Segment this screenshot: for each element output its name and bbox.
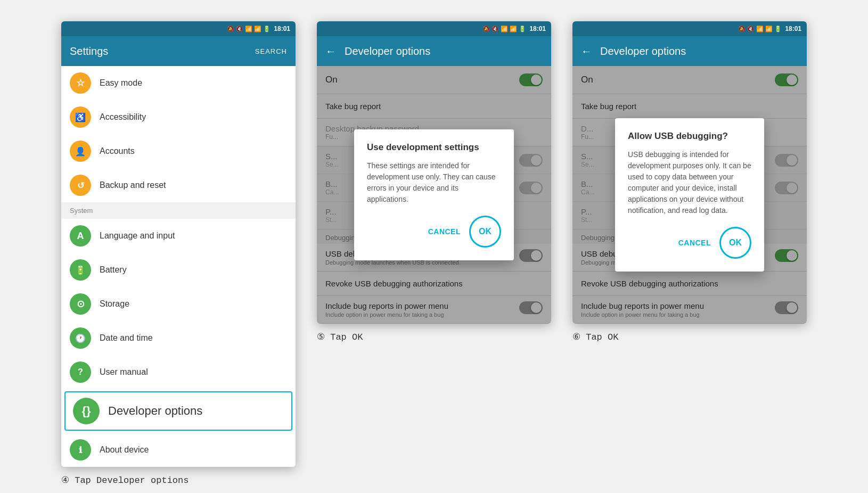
datetime-icon: 🕐 (70, 327, 91, 349)
backup-icon: ↺ (70, 175, 91, 196)
phone1-wrapper: 🔕 🔇 📶 📶 🔋 18:01 Settings SEARCH ☆ Easy m… (61, 21, 296, 486)
phone3-title: Developer options (600, 45, 686, 57)
phone2-caption: ⑤ Tap OK (317, 331, 363, 342)
phone3-back-button[interactable]: ← (581, 45, 592, 57)
phone1-frame: 🔕 🔇 📶 📶 🔋 18:01 Settings SEARCH ☆ Easy m… (61, 21, 296, 467)
phone1-title: Settings (70, 45, 108, 57)
storage-icon: ⊙ (70, 293, 91, 315)
accounts-label: Accounts (100, 146, 135, 156)
system-section-header: System (61, 202, 296, 219)
usermanual-label: User manual (100, 367, 148, 377)
phone2-back-button[interactable]: ← (325, 45, 336, 57)
phone3-status-icons: 🔕 🔇 📶 📶 🔋 (738, 26, 782, 32)
battery-label: Battery (100, 265, 127, 275)
phone3-dialog-body: USB debugging is intended for developmen… (628, 149, 751, 216)
phone3-app-bar: ← Developer options (572, 36, 807, 66)
settings-item-usermanual[interactable]: ? User manual (61, 355, 296, 389)
phone2-wrapper: 🔕 🔇 📶 📶 🔋 18:01 ← Developer options On (317, 21, 551, 342)
phone2-app-bar: ← Developer options (317, 36, 551, 66)
settings-item-backup[interactable]: ↺ Backup and reset (61, 168, 296, 202)
settings-item-developer[interactable]: {} Developer options (64, 391, 292, 431)
settings-item-battery[interactable]: 🔋 Battery (61, 253, 296, 287)
settings-item-easy-mode[interactable]: ☆ Easy mode (61, 66, 296, 100)
language-label: Language and input (100, 231, 175, 241)
phone2-ok-button[interactable]: OK (469, 216, 501, 248)
backup-label: Backup and reset (100, 180, 166, 190)
phone1-time: 18:01 (274, 25, 290, 32)
phone1-status-bar: 🔕 🔇 📶 📶 🔋 18:01 (61, 21, 296, 36)
settings-item-datetime[interactable]: 🕐 Date and time (61, 321, 296, 355)
phone2-status-bar: 🔕 🔇 📶 📶 🔋 18:01 (317, 21, 551, 36)
accessibility-icon: ♿ (70, 106, 91, 128)
settings-item-language[interactable]: A Language and input (61, 219, 296, 253)
phone3-time: 18:01 (785, 25, 801, 32)
settings-item-accessibility[interactable]: ♿ Accessibility (61, 100, 296, 134)
accounts-icon: 👤 (70, 141, 91, 162)
developer-label: Developer options (108, 404, 202, 418)
about-icon: ℹ (70, 439, 91, 461)
status-icons: 🔕 🔇 📶 📶 🔋 (227, 26, 271, 32)
phone1-app-bar: Settings SEARCH (61, 36, 296, 66)
phone2-title: Developer options (345, 45, 430, 57)
usermanual-icon: ? (70, 361, 91, 383)
battery-icon: 🔋 (70, 259, 91, 281)
phone2-cancel-button[interactable]: CANCEL (424, 224, 465, 239)
phone2-status-icons: 🔕 🔇 📶 📶 🔋 (482, 26, 526, 32)
easy-mode-icon: ☆ (70, 72, 91, 94)
accessibility-label: Accessibility (100, 112, 146, 122)
phone2-screen: On Take bug report Desktop backup passwo… (317, 66, 551, 324)
phone3-status-bar: 🔕 🔇 📶 📶 🔋 18:01 (572, 21, 807, 36)
phone2-dialog-actions: CANCEL OK (367, 216, 501, 248)
about-label: About device (100, 445, 149, 455)
phone3-dialog-actions: CANCEL OK (628, 227, 751, 259)
phone2-dialog-title: Use development settings (367, 142, 501, 153)
developer-icon: {} (73, 398, 100, 424)
settings-item-accounts[interactable]: 👤 Accounts (61, 134, 296, 168)
phone3-caption: ⑥ Tap OK (572, 331, 618, 342)
settings-item-about[interactable]: ℹ About device (61, 433, 296, 467)
settings-item-storage[interactable]: ⊙ Storage (61, 287, 296, 321)
phone3-cancel-button[interactable]: CANCEL (674, 235, 715, 250)
phone2-frame: 🔕 🔇 📶 📶 🔋 18:01 ← Developer options On (317, 21, 551, 324)
language-icon: A (70, 225, 91, 246)
phone3-dialog: Allow USB debugging? USB debugging is in… (615, 118, 764, 272)
phone2-time: 18:01 (529, 25, 546, 32)
phone1-caption: ④ Tap Developer options (61, 474, 189, 486)
storage-label: Storage (100, 299, 129, 309)
phone3-ok-button[interactable]: OK (719, 227, 751, 259)
phone1-settings-list: ☆ Easy mode ♿ Accessibility 👤 Accounts ↺… (61, 66, 296, 467)
phone3-dialog-title: Allow USB debugging? (628, 131, 751, 142)
phone3-wrapper: 🔕 🔇 📶 📶 🔋 18:01 ← Developer options On T… (572, 21, 807, 342)
phone3-screen: On Take bug report D... Fu... S...Se... … (572, 66, 807, 324)
phone2-dialog-body: These settings are intended for developm… (367, 160, 501, 205)
phone1-search-button[interactable]: SEARCH (255, 47, 287, 55)
easy-mode-label: Easy mode (100, 78, 142, 88)
phone2-dialog: Use development settings These settings … (354, 129, 514, 260)
phone3-frame: 🔕 🔇 📶 📶 🔋 18:01 ← Developer options On T… (572, 21, 807, 324)
datetime-label: Date and time (100, 333, 153, 343)
